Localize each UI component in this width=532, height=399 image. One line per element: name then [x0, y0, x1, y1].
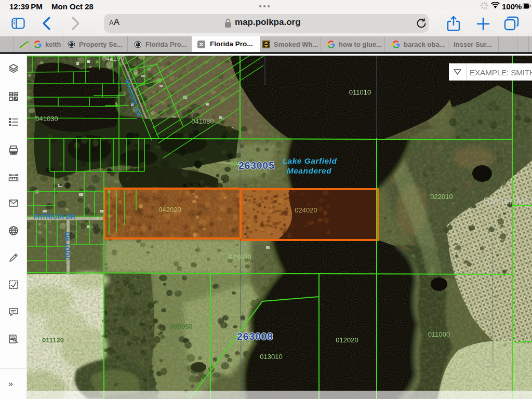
svg-text:011120: 011120: [42, 336, 64, 344]
svg-text:041030: 041030: [35, 115, 58, 123]
svg-text:041080: 041080: [191, 117, 214, 125]
svg-text:JODY RD: JODY RD: [64, 232, 71, 260]
svg-text:022010: 022010: [430, 193, 453, 201]
svg-text:Stellar MLS: Stellar MLS: [483, 196, 532, 206]
svg-text:263005: 263005: [238, 160, 274, 171]
svg-text:024020: 024020: [295, 206, 317, 214]
svg-text:013010: 013010: [260, 353, 282, 361]
svg-text:012020: 012020: [336, 336, 358, 344]
svg-text:041190: 041190: [102, 55, 124, 62]
svg-text:000050: 000050: [170, 323, 192, 330]
svg-text:024030: 024030: [229, 253, 251, 261]
svg-text:263008: 263008: [237, 331, 273, 342]
svg-text:Lake Garfield: Lake Garfield: [283, 156, 337, 165]
svg-text:042020: 042020: [158, 206, 181, 214]
svg-text:011000: 011000: [428, 330, 450, 338]
svg-text:011010: 011010: [349, 88, 371, 96]
svg-text:PATRICIA DR: PATRICIA DR: [34, 213, 75, 220]
svg-text:Meandered: Meandered: [287, 166, 331, 175]
